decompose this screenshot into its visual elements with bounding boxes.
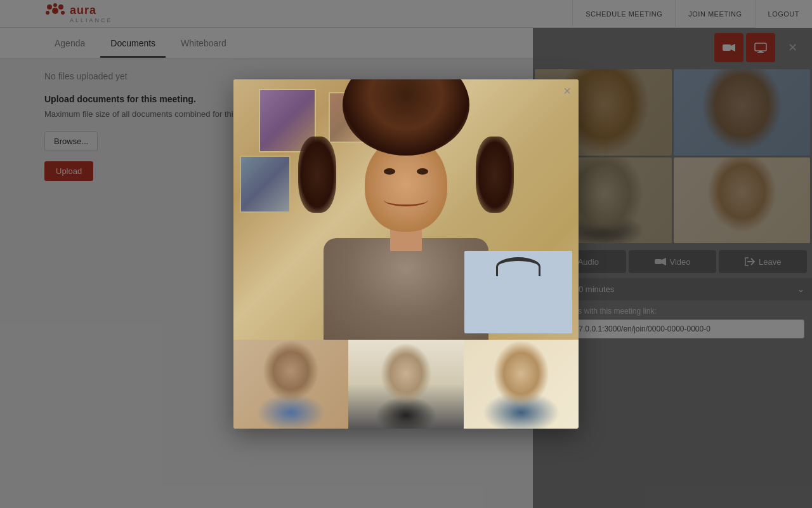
person-torso [324,238,488,340]
modal-overlay[interactable]: × [0,0,812,508]
painting-2 [240,156,291,213]
background-page: aura ALLIANCE SCHEDULE MEETING JOIN MEET… [0,0,812,508]
bottom-strip [233,340,579,429]
corner-video [464,251,572,333]
hair-left [298,137,336,213]
eye-left [384,168,395,175]
main-video-area [233,79,579,340]
thumb-2 [348,340,463,429]
eye-right [417,168,428,175]
video-modal: × [233,79,579,429]
smile [384,194,428,206]
thumb-3 [464,340,579,429]
hair-right [476,137,514,213]
thumb-1 [233,340,348,429]
headphone-arc [496,257,540,276]
hair-top [343,79,469,156]
modal-close-button[interactable]: × [563,84,571,97]
corner-video-bg [464,251,572,333]
